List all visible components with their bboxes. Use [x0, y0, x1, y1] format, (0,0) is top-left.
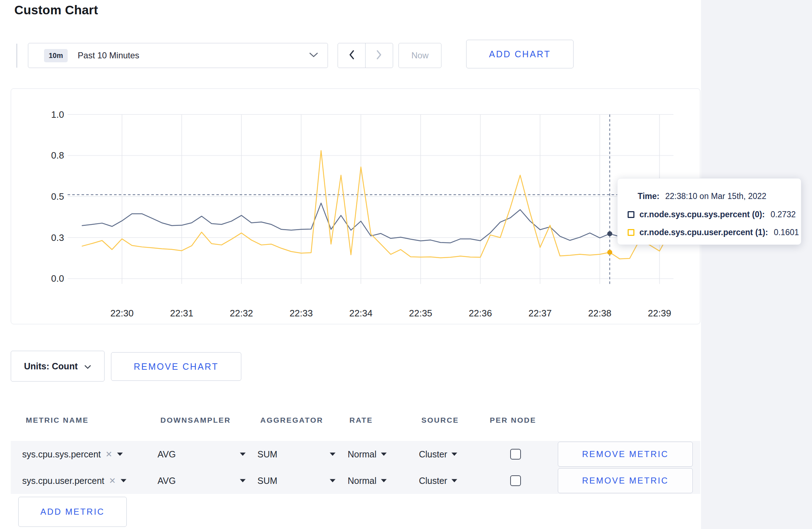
chevron-right-icon — [376, 49, 383, 62]
remove-metric-button[interactable]: REMOVE METRIC — [558, 468, 693, 493]
column-header-rate: RATE — [349, 416, 373, 424]
metrics-chart[interactable]: 0.00.30.50.81.022:3022:3122:3222:3322:34… — [11, 89, 700, 324]
units-label: Units: Count — [24, 361, 78, 372]
page-title: Custom Chart — [14, 3, 98, 17]
prev-time-button[interactable] — [338, 43, 366, 68]
chevron-down-icon — [84, 361, 91, 372]
caret-down-icon — [451, 453, 457, 456]
table-header-row: METRIC NAME DOWNSAMPLER AGGREGATOR RATE … — [11, 399, 700, 441]
rate-value: Normal — [348, 449, 377, 460]
svg-text:0.3: 0.3 — [51, 233, 64, 243]
svg-text:22:36: 22:36 — [469, 308, 492, 318]
tooltip-time-label: Time: — [638, 191, 659, 201]
toolbar-divider — [16, 44, 17, 68]
chart-card: 0.00.30.50.81.022:3022:3122:3222:3322:34… — [11, 88, 700, 324]
source-select[interactable]: Cluster — [419, 449, 457, 460]
per-node-checkbox[interactable] — [510, 475, 521, 486]
svg-text:22:30: 22:30 — [110, 308, 134, 318]
next-time-button[interactable] — [366, 43, 393, 68]
tooltip-sys-label: cr.node.sys.cpu.sys.percent (0): — [639, 210, 765, 219]
source-value: Cluster — [419, 476, 447, 486]
rate-value: Normal — [348, 476, 377, 486]
tooltip-sys-value: 0.2732 — [770, 210, 796, 219]
caret-down-icon — [381, 453, 387, 456]
svg-text:0.8: 0.8 — [51, 150, 64, 160]
metric-name-value: sys.cpu.user.percent — [22, 476, 104, 486]
caret-down-icon — [240, 479, 246, 482]
caret-down-icon — [330, 453, 335, 456]
svg-text:22:34: 22:34 — [349, 308, 372, 318]
metrics-table: METRIC NAME DOWNSAMPLER AGGREGATOR RATE … — [11, 399, 700, 494]
downsampler-value: AVG — [158, 449, 176, 460]
remove-chart-button[interactable]: REMOVE CHART — [111, 352, 241, 381]
time-range-label: Past 10 Minutes — [78, 50, 139, 60]
page-background-gutter — [701, 0, 812, 529]
column-header-source: SOURCE — [421, 416, 459, 424]
per-node-checkbox[interactable] — [510, 449, 521, 460]
caret-down-icon — [121, 479, 126, 482]
chart-tooltip: Time: 22:38:10 on Mar 15th, 2022 cr.node… — [617, 178, 801, 245]
caret-down-icon — [330, 479, 335, 482]
svg-text:22:35: 22:35 — [409, 308, 432, 318]
metric-name-value: sys.cpu.sys.percent — [22, 449, 101, 460]
rate-select[interactable]: Normal — [348, 449, 387, 460]
aggregator-value: SUM — [257, 476, 277, 486]
series-user-swatch-icon — [628, 229, 634, 236]
chevron-down-icon — [309, 52, 318, 59]
source-select[interactable]: Cluster — [419, 476, 457, 486]
tooltip-user-value: 0.1601 — [774, 228, 799, 237]
svg-text:0.5: 0.5 — [51, 191, 64, 202]
metric-name-select[interactable]: sys.cpu.sys.percent ✕ — [22, 449, 123, 460]
svg-text:22:37: 22:37 — [528, 308, 552, 318]
column-header-aggregator: AGGREGATOR — [260, 416, 323, 424]
units-select[interactable]: Units: Count — [11, 351, 105, 382]
add-metric-button[interactable]: ADD METRIC — [18, 497, 127, 527]
downsampler-select[interactable]: AVG — [158, 449, 246, 460]
caret-down-icon — [451, 479, 457, 482]
caret-down-icon — [117, 453, 123, 456]
metric-name-select[interactable]: sys.cpu.user.percent ✕ — [22, 476, 126, 486]
caret-down-icon — [381, 479, 387, 482]
tooltip-series-row: cr.node.sys.cpu.user.percent (1): 0.1601 — [628, 228, 799, 237]
svg-text:22:31: 22:31 — [170, 308, 193, 318]
column-header-metric-name: METRIC NAME — [26, 416, 89, 424]
aggregator-select[interactable]: SUM — [257, 476, 335, 486]
aggregator-value: SUM — [257, 449, 277, 460]
tooltip-time-value: 22:38:10 on Mar 15th, 2022 — [665, 191, 767, 201]
time-step-buttons — [338, 43, 393, 68]
svg-text:22:32: 22:32 — [230, 308, 253, 318]
tooltip-time-row: Time: 22:38:10 on Mar 15th, 2022 — [638, 191, 767, 201]
column-header-per-node: PER NODE — [490, 416, 536, 424]
series-sys-swatch-icon — [628, 211, 634, 218]
add-chart-button[interactable]: ADD CHART — [466, 40, 574, 68]
tooltip-series-row: cr.node.sys.cpu.sys.percent (0): 0.2732 — [628, 210, 796, 219]
svg-text:22:38: 22:38 — [588, 308, 612, 318]
source-value: Cluster — [419, 449, 447, 460]
clear-metric-icon[interactable]: ✕ — [106, 450, 112, 459]
downsampler-value: AVG — [158, 476, 176, 486]
now-button[interactable]: Now — [398, 43, 441, 68]
clear-metric-icon[interactable]: ✕ — [109, 476, 116, 486]
table-row: sys.cpu.user.percent ✕ AVG SUM Normal Cl… — [11, 467, 700, 494]
aggregator-select[interactable]: SUM — [257, 449, 335, 460]
svg-text:22:33: 22:33 — [290, 308, 313, 318]
rate-select[interactable]: Normal — [348, 476, 387, 486]
time-range-select[interactable]: 10m Past 10 Minutes — [28, 43, 328, 68]
tooltip-user-label: cr.node.sys.cpu.user.percent (1): — [639, 228, 768, 237]
svg-text:1.0: 1.0 — [51, 110, 64, 120]
svg-text:0.0: 0.0 — [51, 273, 64, 283]
remove-metric-button[interactable]: REMOVE METRIC — [558, 442, 693, 467]
column-header-downsampler: DOWNSAMPLER — [160, 416, 231, 424]
table-row: sys.cpu.sys.percent ✕ AVG SUM Normal Clu… — [11, 441, 700, 467]
caret-down-icon — [240, 453, 246, 456]
downsampler-select[interactable]: AVG — [158, 476, 246, 486]
chevron-left-icon — [348, 49, 355, 62]
time-window-badge: 10m — [44, 49, 68, 62]
svg-text:22:39: 22:39 — [648, 308, 671, 318]
